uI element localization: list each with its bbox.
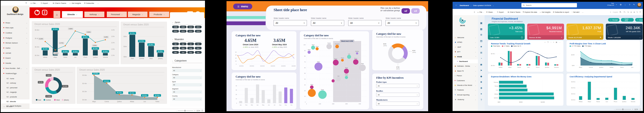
sidebar-item-pedigree[interactable]: ♥Pedigree⌄ xyxy=(1,36,30,40)
zoom-out-button[interactable]: - xyxy=(176,110,176,111)
month-pill-apr[interactable]: Apr xyxy=(180,43,186,45)
tab-magazijn[interactable]: Magazijn⌄ xyxy=(128,11,148,17)
section-title[interactable]: ⌄Jaren xyxy=(172,21,202,25)
bookmark-icon[interactable]: ⚑ xyxy=(600,37,601,39)
kpi-card-2[interactable]: $4,991MReceived revenueRevenue: $4.99bn? xyxy=(527,24,564,40)
sidebar-subitem-vz-productie[interactable]: VZ - productie xyxy=(1,95,30,99)
collapse-sidebar-icon[interactable]: « xyxy=(26,2,27,4)
calculator-icon[interactable]: ⊞ xyxy=(479,50,484,55)
year-pill-2013[interactable]: 2013 xyxy=(180,30,186,33)
month-pill-may[interactable]: May xyxy=(180,47,186,49)
month-pill-dec[interactable]: Dec xyxy=(195,51,202,54)
sidebar-item-btt[interactable]: ♜BTT⌄ xyxy=(452,50,478,54)
year-pill-2015[interactable]: 2015 xyxy=(195,30,202,33)
waffle-icon[interactable]: ∷ xyxy=(454,4,458,7)
month-pill-oct[interactable]: Oct xyxy=(195,43,202,45)
year-pill-2008[interactable]: 2008 xyxy=(172,26,179,28)
card-action-icons[interactable]: ⌖ ❐ ◔ ≡ ▣ ⋯ xyxy=(544,41,561,43)
slider-dropdown[interactable]: All∨ xyxy=(348,20,382,26)
sidebar-item-kpmg[interactable]: ♟KPMG⌄ xyxy=(452,40,478,44)
version-v2-button[interactable]: v2 xyxy=(402,8,410,14)
bell-icon[interactable]: ◔ xyxy=(614,4,618,6)
button-receipt[interactable]: ▭Receipt xyxy=(608,18,620,22)
month-pill-mar[interactable]: Mar xyxy=(172,51,179,54)
sidebar-item-novo-nordisk-self-[interactable]: ♥Novo Nordisk - Self …⌄ xyxy=(1,66,30,70)
sidebar-item-deloitte[interactable]: ♥Deloitte xyxy=(1,61,30,65)
toolbar-item--[interactable]: … xyxy=(97,2,99,4)
clock-icon[interactable]: ◔ xyxy=(479,56,484,61)
fit-to-page-icon[interactable]: ⬜ xyxy=(639,108,641,110)
collapse-sidebar-icon[interactable]: « xyxy=(474,11,475,13)
field-dropdown[interactable]: All∨ xyxy=(376,84,419,88)
sidebar-item-customers[interactable]: ♥Customers⌄ xyxy=(452,79,478,82)
section-title[interactable]: ⌄Categorieen xyxy=(172,60,202,63)
avatar[interactable] xyxy=(12,7,19,13)
star-icon[interactable]: ★ xyxy=(479,45,484,49)
section-title[interactable]: ⌄Maanden xyxy=(172,38,202,42)
sidebar-item-rivian[interactable]: ♥Rivian⌄ xyxy=(1,21,30,25)
month-pill-feb[interactable]: Feb xyxy=(172,47,179,49)
sidebar-item-michael-jackson[interactable]: ♥Michael Jackson⌄ xyxy=(1,41,30,45)
zoom-in-button[interactable]: + xyxy=(632,108,633,110)
kpi-card-4[interactable]: 240.34KVAT 4th quarter 2024Results: 1,69… xyxy=(606,24,643,40)
search-input[interactable]: Search xyxy=(522,3,577,7)
month-pill-jul[interactable]: Jul xyxy=(187,43,194,45)
feedback-icon[interactable]: ✎ xyxy=(632,4,636,6)
month-pill-jan[interactable]: Jan xyxy=(172,43,179,45)
toolbar-item-file[interactable]: ▭File⌄ xyxy=(30,2,37,4)
help-icon[interactable]: ? xyxy=(627,4,632,6)
button-track-time[interactable]: ◔Track Time xyxy=(621,18,634,22)
sidebar-subitem-dashboard[interactable]: ≈Dashboard xyxy=(452,60,478,63)
tab-directie[interactable]: Directie⌄ xyxy=(62,11,83,18)
brand[interactable]: Dashboard xyxy=(460,5,469,7)
field-dropdown[interactable]: All∨ xyxy=(376,102,419,106)
toolbar-item-explore-this-data[interactable]: ⧉Explore this data xyxy=(523,11,537,13)
sidebar-item-haribo[interactable]: ♥Haribo xyxy=(1,46,30,50)
favorite-icon[interactable]: ★ xyxy=(633,11,635,13)
zoom-slider[interactable] xyxy=(178,110,193,111)
sidebar-item-delhaize-simba[interactable]: ◉Delhaize - Simba⌄ xyxy=(452,64,478,68)
plus-icon[interactable]: ✚ xyxy=(479,86,484,90)
dropdown-category[interactable]: All⌄ xyxy=(172,76,202,79)
zoom-out-button[interactable]: - xyxy=(614,108,614,110)
button-create-invoice[interactable]: +Create Invoice xyxy=(635,18,643,22)
sidebar-subitem-vz-verkoop[interactable]: VZ - verkoop xyxy=(1,81,30,85)
gear-icon[interactable]: ⚙ xyxy=(479,33,484,37)
refresh-icon[interactable]: ↻ xyxy=(628,11,629,13)
zoom-slider[interactable] xyxy=(616,109,631,109)
toolbar-item-export[interactable]: ↥Export⌄ xyxy=(497,11,505,13)
field-dropdown[interactable]: All∨ xyxy=(376,93,419,97)
target-icon[interactable]: ◎ xyxy=(630,11,632,13)
copilot-label[interactable]: Copilot xyxy=(613,11,618,13)
sidebar-item-mvp[interactable]: ☺MVP⌄ xyxy=(452,45,478,49)
printer-icon[interactable]: ▤ xyxy=(479,39,484,43)
help-icon[interactable]: ? xyxy=(479,98,484,102)
year-pill-2010[interactable]: 2010 xyxy=(187,26,194,28)
sidebar-item-basic-fit[interactable]: ♟Basic Fit⌄ xyxy=(452,69,478,73)
tab-verkoop[interactable]: Verkoop⌄ xyxy=(84,11,104,17)
mouse-icon[interactable]: ◉ xyxy=(479,63,484,67)
edit-icon[interactable]: ✎ xyxy=(636,11,638,13)
toolbar-item-file[interactable]: ▭File⌄ xyxy=(477,11,484,13)
toolbar-item-get-insights[interactable]: ☼Get insights xyxy=(69,2,81,4)
compass-icon[interactable]: ➤ xyxy=(479,68,484,72)
sidebar-item-vodafoneziggo[interactable]: ♥VodafoneZiggo^ xyxy=(1,71,30,75)
version-v3-button[interactable]: v3 xyxy=(411,8,420,14)
dropdown-country[interactable]: All⌄ xyxy=(172,97,202,101)
sidebar-subitem-vz-personeel[interactable]: VZ - personeel xyxy=(1,86,30,90)
dropdown-segment[interactable]: All⌄ xyxy=(172,90,202,94)
month-pill-sep[interactable]: Sep xyxy=(187,51,194,54)
tv-icon[interactable]: ▣ xyxy=(479,21,484,25)
go-back-button[interactable]: ← Go back xyxy=(1,104,30,108)
year-pill-2012[interactable]: 2012 xyxy=(172,30,179,33)
sidebar-item-retro-style[interactable]: ♥Retro style⌄ xyxy=(1,26,30,30)
zoom-in-button[interactable]: + xyxy=(194,110,195,111)
sidebar-subitem-vz-directie[interactable]: VZ - directie xyxy=(1,99,30,103)
help-icon[interactable]: ? xyxy=(561,37,562,39)
data-updated[interactable]: Data updated 10/25/24 xyxy=(473,5,491,7)
info-icon[interactable]: ⓘ xyxy=(521,36,523,39)
sidebar-item-knab[interactable]: ◆KNAB^ xyxy=(452,55,478,59)
slider-dropdown[interactable]: All∨ xyxy=(311,20,344,26)
toolbar-item-set-alert[interactable]: ◔Set alert xyxy=(572,11,580,13)
dropdown-sport[interactable]: All⌄ xyxy=(172,83,202,86)
